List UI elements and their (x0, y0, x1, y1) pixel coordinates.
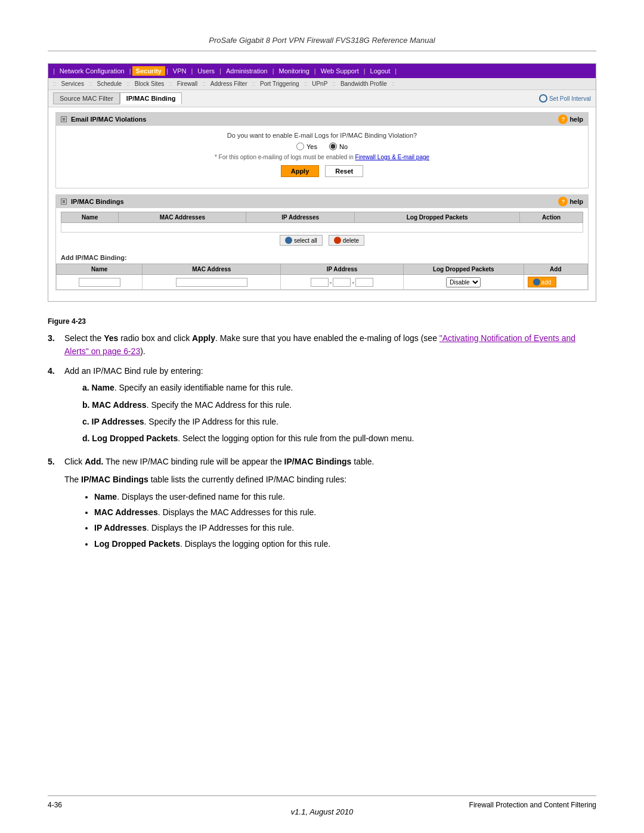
content-item-5: 5. Click Add. The new IP/MAC binding rul… (48, 455, 596, 553)
email-violations-section: ≡ Email IP/MAC Violations ? help Do you … (55, 112, 589, 188)
subnav-services[interactable]: Services (59, 80, 86, 88)
delete-label: delete (343, 237, 359, 244)
radio-row: Yes No (62, 143, 582, 150)
add-col-mac: MAC Address (143, 264, 281, 275)
radio-yes-label[interactable]: Yes (296, 143, 317, 150)
set-poll-interval-btn[interactable]: Set Poll Interval (539, 94, 591, 103)
add-col-ip: IP Address (280, 264, 403, 275)
yes-label: Yes (306, 143, 317, 150)
nav-vpn[interactable]: VPN (169, 66, 190, 76)
select-icon (285, 237, 292, 244)
add-binding-button[interactable]: add (528, 277, 557, 287)
nav-logout[interactable]: Logout (367, 66, 394, 76)
subnav-firewall[interactable]: Firewall (175, 80, 200, 88)
add-table: Name MAC Address IP Address Log Dropped … (56, 264, 588, 290)
page-title: ProSafe Gigabit 8 Port VPN Firewall FVS3… (209, 36, 435, 45)
item5-num: 5. (48, 455, 60, 468)
sub-item-4b: b. MAC Address. Specify the MAC Address … (82, 398, 414, 411)
ip-input-1[interactable] (311, 278, 329, 287)
add-btn-label: add (541, 279, 552, 286)
figure-label: Figure 4-23 (48, 317, 596, 326)
btn-row: Apply Reset (62, 165, 582, 177)
nav-administration[interactable]: Administration (222, 66, 271, 76)
select-delete-row: select all delete (61, 233, 583, 248)
sub-item-4d: d. Log Dropped Packets. Select the loggi… (82, 432, 414, 445)
note-text: * For this option e-mailing of logs must… (62, 154, 582, 160)
select-all-button[interactable]: select all (280, 235, 323, 246)
nav-users[interactable]: Users (194, 66, 218, 76)
apply-button[interactable]: Apply (281, 165, 320, 177)
page-header: ProSafe Gigabit 8 Port VPN Firewall FVS3… (48, 36, 596, 51)
bindings-help-label: help (569, 198, 583, 205)
mac-input[interactable] (176, 278, 247, 287)
firewall-logs-link[interactable]: Firewall Logs & E-mail page (355, 154, 430, 160)
tab-ip-mac-binding[interactable]: IP/MAC Binding (120, 92, 182, 104)
no-label: No (339, 143, 348, 150)
bullet-mac: MAC Addresses. Displays the MAC Addresse… (94, 506, 374, 519)
sub-nav: :: Services :: Schedule :: Block Sites :… (48, 78, 596, 90)
top-nav: | Network Configuration | Security | VPN… (48, 64, 596, 78)
ui-content: ≡ Email IP/MAC Violations ? help Do you … (48, 107, 596, 301)
subnav-address-filter[interactable]: Address Filter (208, 80, 250, 88)
ip-input-3[interactable] (355, 278, 373, 287)
item4-num: 4. (48, 364, 60, 377)
set-poll-label: Set Poll Interval (549, 95, 591, 102)
email-violations-title: Email IP/MAC Violations (71, 116, 146, 123)
add-section-label: Add IP/MAC Binding: (56, 252, 588, 264)
email-violations-help-icon[interactable]: ? (558, 114, 568, 124)
radio-no[interactable] (329, 143, 337, 150)
bindings-table: Name MAC Addresses IP Addresses Log Drop… (61, 212, 583, 233)
email-violations-header: ≡ Email IP/MAC Violations ? help (56, 113, 588, 126)
col-log: Log Dropped Packets (354, 212, 519, 223)
expand-icon[interactable]: ≡ (61, 116, 67, 122)
content-item-4: 4. Add an IP/MAC Bind rule by entering: … (48, 364, 596, 449)
nav-monitoring[interactable]: Monitoring (275, 66, 312, 76)
clock-icon (539, 94, 547, 103)
name-input[interactable] (79, 278, 120, 287)
nav-network-config[interactable]: Network Configuration (56, 66, 128, 76)
main-content: 3. Select the Yes radio box and click Ap… (48, 332, 596, 559)
bullet-name: Name. Displays the user-defined name for… (94, 490, 374, 503)
subnav-bandwidth-profile[interactable]: Bandwidth Profile (338, 80, 389, 88)
radio-no-label[interactable]: No (329, 143, 348, 150)
nav-web-support[interactable]: Web Support (317, 66, 363, 76)
subnav-schedule[interactable]: Schedule (94, 80, 124, 88)
bullet-ip: IP Addresses. Displays the IP Addresses … (94, 521, 374, 534)
bindings-help-icon[interactable]: ? (558, 197, 568, 206)
subnav-block-sites[interactable]: Block Sites (132, 80, 166, 88)
footer-right: Firewall Protection and Content Filterin… (469, 801, 596, 809)
select-all-label: select all (294, 237, 317, 244)
reset-button[interactable]: Reset (325, 165, 363, 177)
radio-yes[interactable] (296, 143, 304, 150)
bullet-log: Log Dropped Packets. Displays the loggin… (94, 537, 374, 550)
sub-item-4a: a. Name. Specify an easily identifiable … (82, 381, 414, 394)
add-col-log: Log Dropped Packets (403, 264, 524, 275)
nav-security[interactable]: Security (132, 66, 165, 76)
bindings-expand-icon[interactable]: ≡ (61, 199, 67, 205)
bindings-title: IP/MAC Bindings (71, 198, 124, 205)
email-violations-body: Do you want to enable E-mail Logs for IP… (56, 126, 588, 188)
footer-left: 4-36 (48, 801, 62, 809)
item5-text: Click Add. The new IP/MAC binding rule w… (64, 455, 374, 553)
footer-center: v1.1, August 2010 (291, 807, 353, 816)
ip-input-2[interactable] (333, 278, 351, 287)
bindings-body: Name MAC Addresses IP Addresses Log Drop… (56, 208, 588, 252)
delete-icon (334, 237, 341, 244)
col-ip: IP Addresses (246, 212, 355, 223)
email-violations-help-label: help (569, 116, 583, 123)
log-select[interactable]: Disable Enable (446, 277, 481, 287)
ip-mac-bindings-section: ≡ IP/MAC Bindings ? help Name MAC Addres… (55, 194, 589, 290)
subnav-upnp[interactable]: UPnP (309, 80, 330, 88)
add-table-row: - - Disable Enable (57, 275, 588, 290)
sub-item-4c: c. IP Addresses. Specify the IP Address … (82, 415, 414, 428)
delete-button[interactable]: delete (329, 235, 364, 246)
add-col-add: Add (524, 264, 587, 275)
add-btn-icon (533, 278, 540, 286)
email-question: Do you want to enable E-mail Logs for IP… (62, 132, 582, 139)
table-row-empty (61, 223, 583, 233)
sub-items-4: a. Name. Specify an easily identifiable … (82, 381, 414, 445)
content-item-3: 3. Select the Yes radio box and click Ap… (48, 332, 596, 358)
subnav-port-triggering[interactable]: Port Triggering (258, 80, 302, 88)
item3-text: Select the Yes radio box and click Apply… (64, 332, 596, 358)
tab-source-mac-filter[interactable]: Source MAC Filter (53, 92, 120, 104)
